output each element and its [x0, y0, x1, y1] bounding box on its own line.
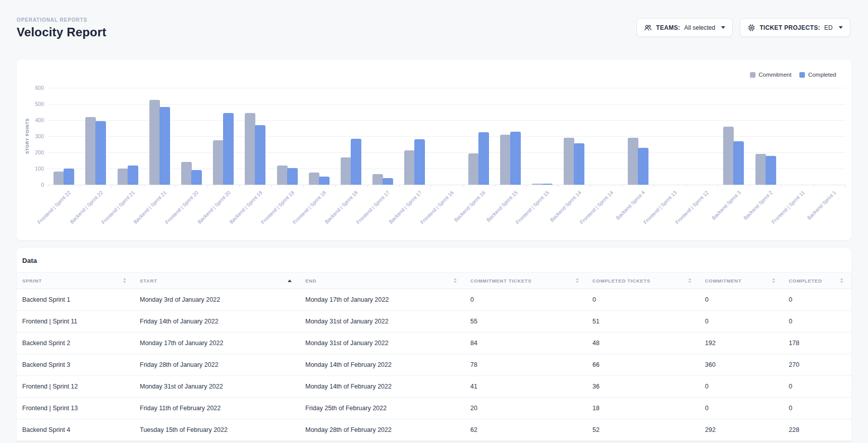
table-row: Frontend | Sprint 12Monday 31st of Janua…	[17, 376, 851, 398]
commitment-bar[interactable]	[404, 150, 415, 185]
table-cell: 360	[699, 354, 783, 376]
completed-bar[interactable]	[542, 184, 553, 185]
commitment-bar[interactable]	[309, 173, 319, 185]
x-axis-tick	[845, 185, 846, 187]
column-header-completed-tickets[interactable]: COMPLETED TICKETS	[587, 272, 699, 289]
completed-bar[interactable]	[414, 139, 425, 185]
commitment-bar[interactable]	[149, 100, 160, 185]
x-axis-tick	[495, 185, 495, 187]
completed-bar[interactable]	[64, 169, 74, 185]
sort-icon	[288, 280, 292, 282]
x-axis-tick	[463, 185, 463, 187]
commitment-bar[interactable]	[532, 184, 542, 185]
commitment-bar[interactable]	[341, 157, 351, 185]
x-axis-tick	[813, 185, 814, 187]
x-axis-category-label: Backend Sprint 4	[615, 190, 646, 221]
table-cell: 178	[783, 333, 851, 354]
completed-bar[interactable]	[223, 113, 234, 185]
table-cell: Monday 31st of January 2022	[300, 311, 465, 333]
legend-label: Commitment	[758, 72, 791, 78]
completed-bar[interactable]	[638, 148, 648, 185]
teams-filter-button[interactable]: TEAMS: All selected	[636, 18, 733, 37]
gridline	[48, 104, 845, 104]
commitment-bar[interactable]	[181, 162, 192, 185]
x-axis-category-label: Frontend | Sprint 16	[419, 190, 455, 225]
commitment-bar[interactable]	[468, 153, 479, 185]
completed-bar[interactable]	[128, 165, 138, 185]
commitment-bar[interactable]	[628, 138, 638, 185]
completed-bar[interactable]	[383, 178, 393, 185]
completed-bar[interactable]	[255, 125, 265, 185]
gridline	[48, 185, 845, 185]
x-axis-tick	[367, 185, 367, 187]
x-axis-category-label: Frontend | Sprint 12	[674, 190, 710, 225]
completed-bar[interactable]	[319, 177, 330, 185]
commitment-bar[interactable]	[118, 169, 128, 185]
velocity-chart-card: Commitment Completed STORY POINTS 010020…	[17, 60, 851, 240]
completed-swatch	[799, 72, 805, 78]
x-axis-tick	[176, 185, 176, 187]
sprint-data-table: SPRINTSTARTENDCOMMITMENT TICKETSCOMPLETE…	[17, 272, 851, 441]
commitment-bar[interactable]	[372, 174, 383, 185]
completed-bar[interactable]	[95, 121, 106, 185]
table-row: Backend Sprint 2Monday 17th of January 2…	[17, 333, 851, 354]
legend-item-commitment[interactable]: Commitment	[750, 72, 791, 78]
filters: TEAMS: All selected TICKET PROJECTS: ED	[636, 18, 850, 37]
teams-filter-label: TEAMS:	[656, 24, 680, 31]
table-row: Frontend | Sprint 11Friday 14th of Janua…	[17, 311, 851, 333]
table-cell: 0	[699, 289, 783, 311]
x-axis-category-label: Frontend | Sprint 22	[36, 190, 72, 225]
table-cell: Tuesday 15th of February 2022	[134, 419, 300, 441]
legend-item-completed[interactable]: Completed	[799, 72, 836, 78]
teams-filter-value: All selected	[684, 24, 715, 31]
table-body: Backend Sprint 1Monday 3rd of January 20…	[17, 289, 851, 441]
column-header-commitment[interactable]: COMMITMENT	[699, 272, 783, 289]
commitment-bar[interactable]	[277, 165, 288, 185]
table-cell: 62	[465, 419, 587, 441]
table-cell: Frontend | Sprint 12	[17, 376, 134, 398]
ticket-projects-filter-button[interactable]: TICKET PROJECTS: ED	[740, 18, 850, 37]
table-row: Backend Sprint 1Monday 3rd of January 20…	[17, 289, 851, 311]
table-cell: 84	[465, 333, 587, 354]
completed-bar[interactable]	[478, 132, 489, 185]
completed-bar[interactable]	[766, 156, 776, 185]
people-icon	[644, 24, 652, 32]
commitment-bar[interactable]	[723, 127, 734, 185]
column-header-completed[interactable]: COMPLETED	[783, 272, 851, 289]
table-cell: 270	[783, 354, 851, 376]
table-cell: 0	[699, 311, 783, 333]
commitment-bar[interactable]	[755, 154, 766, 185]
completed-bar[interactable]	[574, 143, 584, 185]
x-axis-tick	[112, 185, 112, 187]
commitment-bar[interactable]	[245, 113, 255, 185]
commitment-bar[interactable]	[85, 117, 96, 185]
completed-bar[interactable]	[733, 141, 744, 185]
bar-chart-plot: STORY POINTS 0100200300400500600Frontend…	[48, 88, 845, 185]
column-header-commitment-tickets[interactable]: COMMITMENT TICKETS	[465, 272, 587, 289]
completed-bar[interactable]	[191, 170, 202, 185]
completed-bar[interactable]	[287, 168, 298, 185]
completed-bar[interactable]	[351, 139, 361, 185]
column-header-end[interactable]: END	[300, 272, 465, 289]
y-axis-tick-label: 300	[23, 133, 44, 139]
commitment-bar[interactable]	[564, 138, 574, 185]
x-axis-tick	[654, 185, 655, 187]
commitment-bar[interactable]	[53, 172, 64, 185]
column-header-label: COMMITMENT TICKETS	[470, 278, 531, 284]
commitment-bar[interactable]	[213, 140, 224, 185]
column-header-start[interactable]: START	[134, 272, 300, 289]
table-cell: Backend Sprint 1	[17, 289, 134, 311]
completed-bar[interactable]	[159, 107, 170, 185]
completed-bar[interactable]	[510, 132, 521, 185]
x-axis-category-label: Backend Sprint 16	[453, 190, 486, 223]
column-header-sprint[interactable]: SPRINT	[17, 272, 134, 289]
column-header-label: COMPLETED TICKETS	[592, 278, 650, 284]
table-cell: Backend Sprint 3	[17, 354, 134, 376]
table-cell: 66	[587, 354, 699, 376]
column-header-inner: COMMITMENT TICKETS	[465, 278, 587, 284]
x-axis-tick	[80, 185, 80, 187]
table-row: Backend Sprint 3Friday 28th of January 2…	[17, 354, 851, 376]
commitment-bar[interactable]	[500, 135, 511, 185]
x-axis-tick	[335, 185, 336, 187]
table-cell: 48	[587, 333, 699, 354]
